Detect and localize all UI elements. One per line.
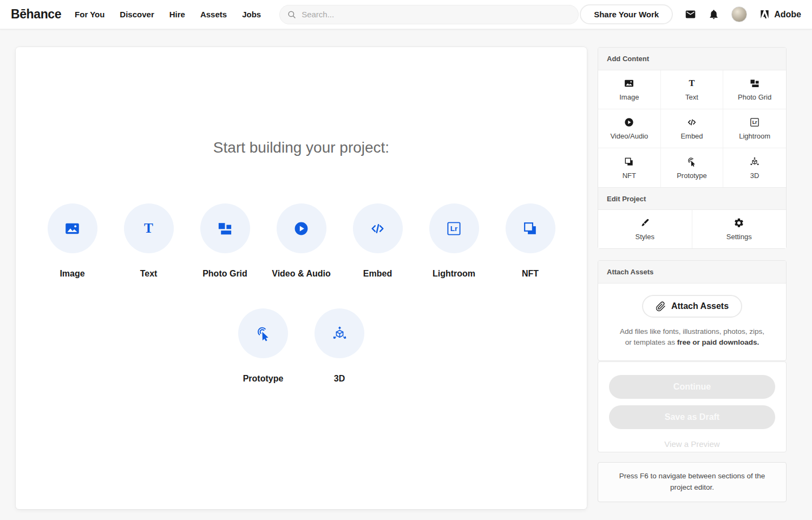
- add-content-lightroom[interactable]: Lightroom: [723, 109, 786, 148]
- canvas-title: Start building your project:: [16, 139, 587, 156]
- builder-option-nft[interactable]: NFT: [492, 203, 568, 279]
- add-content-nft[interactable]: NFT: [598, 148, 661, 187]
- search-bar[interactable]: [279, 5, 579, 24]
- add-content-prototype[interactable]: Prototype: [661, 148, 724, 187]
- view-preview-link[interactable]: View a Preview: [609, 439, 775, 449]
- search-input[interactable]: [302, 10, 571, 19]
- builder-options-row-1: Image Text Photo Grid Video & Audio Embe…: [16, 203, 587, 279]
- nav-jobs[interactable]: Jobs: [242, 10, 261, 19]
- nav-discover[interactable]: Discover: [120, 10, 154, 19]
- cube-3d-icon: [749, 156, 760, 167]
- lightroom-icon: [749, 117, 760, 128]
- image-icon: [624, 78, 634, 89]
- attach-assets-description: Add files like fonts, illustrations, pho…: [609, 326, 775, 347]
- behance-logo[interactable]: Bēhance: [11, 7, 61, 22]
- edit-project-header: Edit Project: [598, 187, 786, 210]
- attach-assets-button[interactable]: Attach Assets: [642, 295, 742, 318]
- add-content-photo-grid[interactable]: Photo Grid: [723, 70, 786, 109]
- keyboard-hint: Press F6 to navigate between sections of…: [598, 462, 787, 502]
- search-icon: [287, 10, 297, 19]
- notifications-bell-icon[interactable]: [708, 9, 719, 20]
- prototype-icon: [686, 156, 697, 167]
- embed-icon: [686, 117, 697, 128]
- photo-grid-icon: [749, 78, 760, 89]
- text-icon: [124, 203, 174, 253]
- text-icon: [686, 78, 697, 89]
- adobe-link[interactable]: Adobe: [759, 9, 801, 19]
- brush-icon: [639, 218, 650, 228]
- add-content-panel: Add Content Image Text Photo Grid Video/…: [598, 47, 787, 249]
- cube-3d-icon: [315, 308, 364, 358]
- photo-grid-icon: [200, 203, 250, 253]
- nav-for-you[interactable]: For You: [75, 10, 104, 19]
- builder-option-image[interactable]: Image: [34, 203, 110, 279]
- image-icon: [48, 203, 97, 253]
- nft-icon: [624, 156, 634, 167]
- nft-icon: [506, 203, 555, 253]
- prototype-icon: [238, 308, 288, 358]
- builder-option-3d[interactable]: 3D: [302, 308, 378, 384]
- add-content-embed[interactable]: Embed: [661, 109, 724, 148]
- edit-project-styles[interactable]: Styles: [598, 210, 692, 248]
- header-actions: Share Your Work Adobe: [580, 4, 801, 24]
- gear-icon: [734, 218, 744, 228]
- play-icon: [277, 203, 326, 253]
- nav-assets[interactable]: Assets: [200, 10, 227, 19]
- attach-assets-header: Attach Assets: [598, 261, 786, 284]
- top-navigation-bar: Bēhance For You Discover Hire Assets Job…: [0, 0, 812, 29]
- lightroom-icon: [429, 203, 479, 253]
- adobe-label: Adobe: [774, 10, 801, 19]
- builder-option-prototype[interactable]: Prototype: [225, 308, 302, 384]
- builder-option-video-audio[interactable]: Video & Audio: [263, 203, 339, 279]
- project-editor-canvas: Start building your project: Image Text …: [16, 47, 587, 509]
- builder-options-row-2: Prototype 3D: [16, 308, 587, 384]
- add-content-3d[interactable]: 3D: [723, 148, 786, 187]
- add-content-image[interactable]: Image: [598, 70, 661, 109]
- main-nav: For You Discover Hire Assets Jobs: [75, 10, 261, 19]
- adobe-logo-icon: [759, 9, 770, 19]
- edit-project-settings[interactable]: Settings: [692, 210, 787, 248]
- add-content-header: Add Content: [598, 48, 786, 70]
- share-your-work-button[interactable]: Share Your Work: [580, 4, 673, 24]
- play-icon: [624, 117, 634, 128]
- builder-option-lightroom[interactable]: Lightroom: [416, 203, 492, 279]
- paperclip-icon: [656, 301, 666, 312]
- attach-assets-panel: Attach Assets Attach Assets Add files li…: [598, 260, 787, 361]
- continue-button[interactable]: Continue: [609, 375, 775, 399]
- messages-icon[interactable]: [685, 9, 696, 20]
- save-as-draft-button[interactable]: Save as Draft: [609, 405, 775, 429]
- embed-icon: [353, 203, 403, 253]
- user-avatar[interactable]: [731, 6, 747, 22]
- add-content-text[interactable]: Text: [661, 70, 724, 109]
- builder-option-embed[interactable]: Embed: [339, 203, 416, 279]
- builder-option-text[interactable]: Text: [110, 203, 187, 279]
- edit-project-row: Styles Settings: [598, 210, 786, 248]
- nav-hire[interactable]: Hire: [169, 10, 185, 19]
- project-actions-panel: Continue Save as Draft View a Preview: [598, 361, 787, 452]
- add-content-video-audio[interactable]: Video/Audio: [598, 109, 661, 148]
- add-content-grid: Image Text Photo Grid Video/Audio Embed …: [598, 70, 786, 187]
- builder-option-photo-grid[interactable]: Photo Grid: [187, 203, 263, 279]
